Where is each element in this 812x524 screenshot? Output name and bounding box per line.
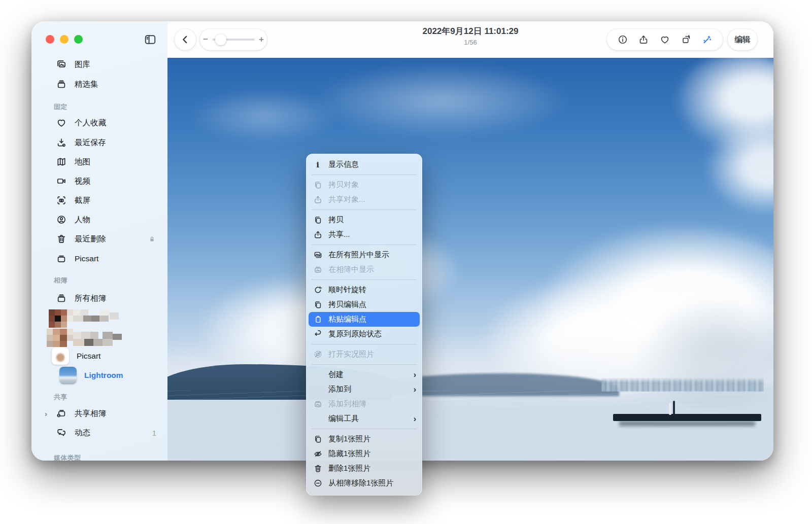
- menu-item-add-to-album: 添加到相簿: [306, 397, 422, 411]
- zoom-slider-track[interactable]: [212, 39, 255, 41]
- redacted-album-row[interactable]: [47, 328, 163, 347]
- sidebar-item-collections[interactable]: 精选集: [31, 75, 167, 93]
- menu-separator: [312, 364, 417, 365]
- share-icon: [313, 195, 323, 205]
- menu-separator: [312, 244, 417, 245]
- chevron-left-icon: [180, 34, 191, 45]
- menu-separator: [312, 174, 417, 175]
- auto-enhance-button[interactable]: [698, 30, 716, 49]
- share-button[interactable]: [634, 30, 653, 49]
- sidebar-item-label: 图库: [75, 59, 90, 70]
- info-button[interactable]: [614, 30, 632, 49]
- rotate-icon: [681, 34, 692, 45]
- activity-count-badge: 1: [152, 429, 156, 437]
- sidebar-item-picsart-project[interactable]: Picsart: [31, 250, 167, 268]
- sidebar-item-shared-albums[interactable]: › 共享相簿: [31, 404, 167, 423]
- albums-stack-icon: [56, 293, 67, 304]
- rotate-clockwise-icon: [313, 285, 323, 295]
- sidebar-item-library[interactable]: 图库: [31, 55, 167, 74]
- sidebar-item-map[interactable]: 地图: [31, 153, 167, 171]
- menu-separator: [312, 209, 417, 210]
- menu-item-show-in-album: 在相簿中显示: [306, 262, 422, 277]
- zoom-slider-knob[interactable]: [215, 34, 226, 45]
- photos-library-icon: [56, 59, 67, 70]
- menu-separator: [312, 280, 417, 280]
- menu-item-edit-tools[interactable]: 编辑工具 ›: [306, 411, 422, 426]
- album-photo-icon: [313, 399, 323, 409]
- menu-item-revert-to-original[interactable]: 复原到原始状态: [306, 327, 422, 341]
- sidebar-item-all-albums[interactable]: 所有相簿: [31, 289, 167, 307]
- city-skyline: [601, 377, 764, 392]
- no-icon-spacer: [313, 385, 323, 395]
- sidebar-item-label: 共享相簿: [75, 408, 106, 419]
- menu-item-share-subject: 共享对象...: [306, 192, 422, 207]
- zoom-in-icon[interactable]: +: [259, 34, 264, 45]
- lock-icon: [148, 235, 156, 243]
- redacted-album-row[interactable]: [47, 308, 163, 328]
- sidebar-toggle-icon[interactable]: [143, 32, 157, 47]
- live-photo-off-icon: [313, 350, 323, 360]
- minimize-window-button[interactable]: [60, 35, 69, 44]
- sidebar-section-media-types: 媒体类型: [54, 453, 81, 461]
- back-button[interactable]: [175, 29, 196, 50]
- sidebar-item-recently-deleted[interactable]: 最近删除: [31, 230, 167, 248]
- sidebar-item-screenshots[interactable]: 截屏: [31, 191, 167, 209]
- menu-item-paste-edits[interactable]: 粘贴编辑点: [309, 312, 420, 327]
- photo-view[interactable]: [167, 58, 773, 461]
- zoom-out-icon[interactable]: −: [203, 34, 208, 45]
- share-icon: [313, 230, 323, 240]
- sidebar-item-people[interactable]: 人物: [31, 211, 167, 229]
- sidebar-item-favorites[interactable]: 个人收藏: [31, 114, 167, 132]
- copy-icon: [313, 300, 323, 310]
- hide-icon: [313, 449, 323, 459]
- menu-item-remove-from-album[interactable]: 从相簿移除1张照片: [306, 476, 422, 491]
- sidebar-item-label: 最近保存: [75, 137, 106, 148]
- menu-separator: [312, 429, 417, 429]
- context-menu: i 显示信息 拷贝对象 共享对象... 拷贝 共享... 在所有照片中显示: [306, 154, 422, 496]
- album-icon: [56, 253, 67, 264]
- sidebar-item-videos[interactable]: 视频: [31, 172, 167, 190]
- menu-item-create[interactable]: 创建 ›: [306, 367, 422, 382]
- menu-item-copy-edits[interactable]: 拷贝编辑点: [306, 297, 422, 312]
- menu-item-hide-photo[interactable]: 隐藏1张照片: [306, 446, 422, 461]
- sidebar-item-label: Picsart: [75, 254, 98, 263]
- trash-icon: [56, 233, 67, 244]
- menu-separator: [312, 344, 417, 344]
- close-window-button[interactable]: [46, 35, 54, 44]
- toolbar-actions: [607, 29, 723, 50]
- zoom-window-button[interactable]: [74, 35, 83, 44]
- menu-item-share[interactable]: 共享...: [306, 227, 422, 242]
- sidebar-item-recently-saved[interactable]: 最近保存: [31, 133, 167, 152]
- pier-reflection: [619, 421, 755, 426]
- sidebar-item-label: 动态: [75, 428, 90, 438]
- submenu-chevron-icon: ›: [414, 370, 416, 379]
- video-icon: [56, 176, 67, 187]
- revert-icon: [313, 329, 323, 339]
- map-icon: [56, 156, 67, 167]
- menu-item-show-info[interactable]: i 显示信息: [306, 157, 422, 172]
- sidebar-item-picsart-album[interactable]: Picsart: [31, 346, 167, 366]
- menu-item-add-to[interactable]: 添加到 ›: [306, 382, 422, 397]
- copy-icon: [313, 434, 323, 444]
- menu-item-duplicate-photo[interactable]: 复制1张照片: [306, 432, 422, 446]
- sidebar-item-label: 最近删除: [75, 234, 106, 244]
- favorite-button[interactable]: [656, 30, 674, 49]
- auto-enhance-icon: [701, 34, 713, 45]
- sidebar-item-label: Lightroom: [84, 371, 123, 380]
- person-figure: [669, 403, 671, 415]
- shared-album-icon: [56, 408, 67, 419]
- info-letter-icon: i: [313, 160, 323, 170]
- chevron-right-icon[interactable]: ›: [45, 409, 47, 418]
- menu-item-show-in-all-photos[interactable]: 在所有照片中显示: [306, 248, 422, 262]
- rotate-button[interactable]: [677, 30, 695, 49]
- sidebar-item-label: 地图: [75, 157, 90, 167]
- copy-icon: [313, 215, 323, 225]
- recently-saved-icon: [56, 137, 67, 148]
- sidebar-item-activity[interactable]: 动态 1: [31, 424, 167, 442]
- zoom-slider[interactable]: − +: [200, 29, 267, 50]
- menu-item-delete-photo[interactable]: 删除1张照片: [306, 461, 422, 476]
- edit-button[interactable]: 编辑: [728, 29, 757, 50]
- menu-item-copy[interactable]: 拷贝: [306, 213, 422, 227]
- sidebar-item-lightroom-album[interactable]: Lightroom: [31, 365, 167, 386]
- menu-item-rotate-clockwise[interactable]: 顺时针旋转: [306, 283, 422, 297]
